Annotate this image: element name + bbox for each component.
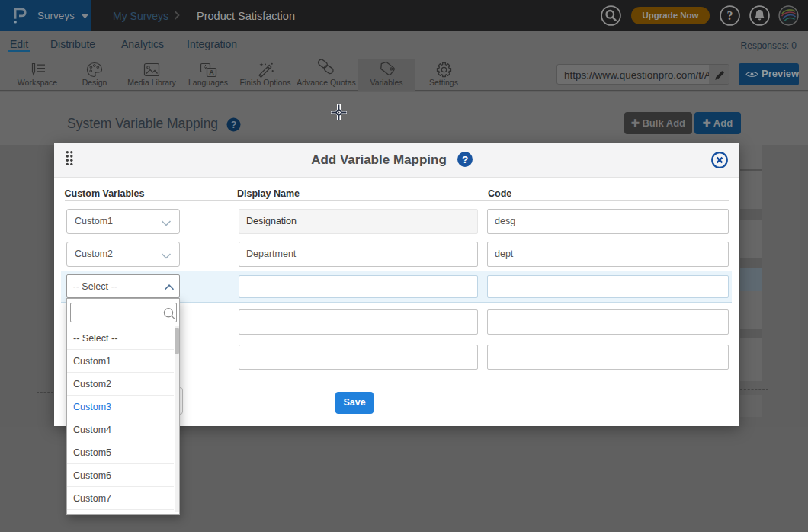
svg-text:?: ?: [727, 9, 733, 22]
svg-text:?: ?: [462, 154, 468, 165]
svg-text:?: ?: [231, 120, 237, 130]
svg-text:A: A: [209, 69, 214, 76]
